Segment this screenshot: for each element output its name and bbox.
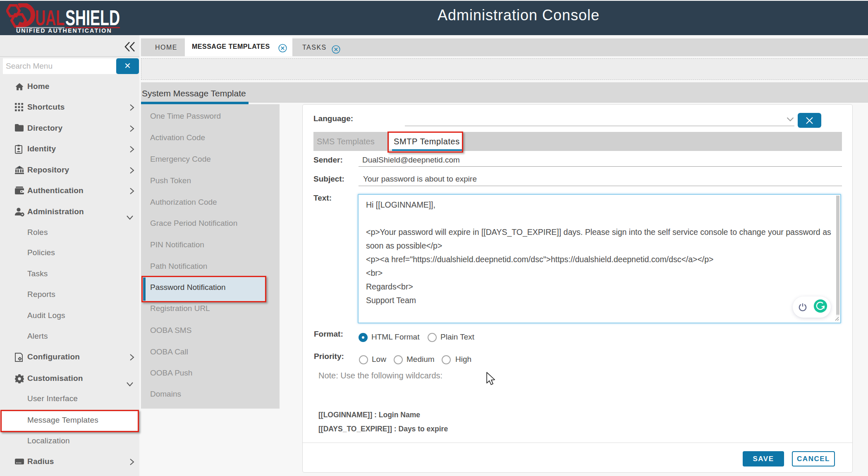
svg-text:UAL: UAL (35, 6, 65, 29)
svg-text:SHIELD: SHIELD (65, 6, 120, 30)
svg-text:UNIFIED AUTHENTICATION: UNIFIED AUTHENTICATION (16, 27, 112, 34)
